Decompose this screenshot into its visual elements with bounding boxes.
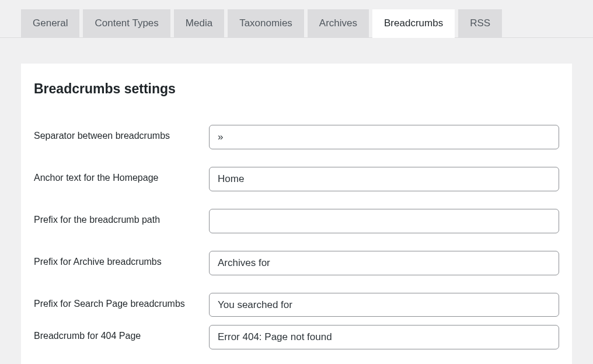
tab-media[interactable]: Media [174, 9, 224, 37]
breadcrumbs-settings-panel: Breadcrumbs settings Separator between b… [21, 64, 572, 364]
field-row-home-anchor: Anchor text for the Homepage [34, 167, 559, 191]
field-row-prefix-archive: Prefix for Archive breadcrumbs [34, 251, 559, 275]
field-row-prefix-search: Prefix for Search Page breadcrumbs [34, 293, 559, 317]
tab-archives[interactable]: Archives [308, 9, 369, 37]
panel-title: Breadcrumbs settings [34, 81, 559, 97]
input-separator[interactable] [209, 125, 559, 149]
tab-taxonomies[interactable]: Taxonomies [228, 9, 304, 37]
tab-breadcrumbs[interactable]: Breadcrumbs [372, 9, 455, 38]
tabs-nav: General Content Types Media Taxonomies A… [0, 0, 593, 38]
field-row-breadcrumb-404: Breadcrumb for 404 Page [34, 325, 559, 349]
label-breadcrumb-404: Breadcrumb for 404 Page [34, 325, 198, 342]
label-prefix-search: Prefix for Search Page breadcrumbs [34, 293, 198, 310]
tab-content-types[interactable]: Content Types [83, 9, 170, 37]
label-separator: Separator between breadcrumbs [34, 125, 198, 142]
label-prefix-path: Prefix for the breadcrumb path [34, 209, 198, 226]
field-row-separator: Separator between breadcrumbs [34, 125, 559, 149]
field-row-prefix-path: Prefix for the breadcrumb path [34, 209, 559, 233]
input-home-anchor[interactable] [209, 167, 559, 191]
tab-rss[interactable]: RSS [458, 9, 502, 37]
tab-general[interactable]: General [21, 9, 79, 37]
input-prefix-archive[interactable] [209, 251, 559, 275]
input-prefix-path[interactable] [209, 209, 559, 233]
label-home-anchor: Anchor text for the Homepage [34, 167, 198, 184]
label-prefix-archive: Prefix for Archive breadcrumbs [34, 251, 198, 268]
input-prefix-search[interactable] [209, 293, 559, 317]
input-breadcrumb-404[interactable] [209, 325, 559, 349]
